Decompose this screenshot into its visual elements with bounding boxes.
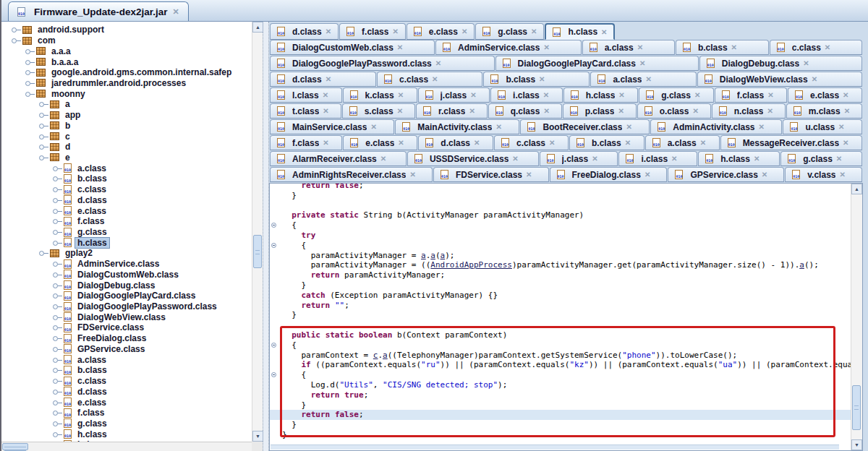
tree-item[interactable]: 010g.class (3, 227, 252, 238)
editor-tab[interactable]: 010u.class✕ (783, 119, 862, 134)
editor-tab[interactable]: 010l.class✕ (270, 87, 342, 103)
close-icon[interactable]: ✕ (645, 75, 651, 83)
close-icon[interactable]: ✕ (326, 75, 331, 83)
editor-tab[interactable]: 010m.class✕ (786, 103, 862, 119)
close-icon[interactable]: ✕ (435, 59, 441, 67)
tree-item[interactable]: 010FDService.class (3, 322, 252, 333)
code-view[interactable]: return false; } private static String b(… (270, 184, 851, 450)
close-icon[interactable]: ✕ (398, 91, 404, 99)
expand-handle-icon[interactable] (53, 400, 63, 405)
close-icon[interactable]: ✕ (543, 91, 549, 99)
editor-tab[interactable]: 010h.class✕ (698, 151, 780, 166)
editor-tab[interactable]: 010d.class✕ (270, 23, 339, 40)
editor-tab[interactable]: 010FDService.class✕ (433, 167, 549, 182)
tree-item[interactable]: 010FreeDialog.class (3, 333, 252, 344)
editor-tab[interactable]: 010e.class✕ (788, 87, 862, 103)
close-icon[interactable]: ✕ (844, 107, 850, 115)
editor-tab[interactable]: 010DialogCustomWeb.class✕ (270, 40, 435, 55)
close-icon[interactable]: ✕ (470, 91, 476, 99)
close-icon[interactable]: ✕ (512, 155, 518, 163)
editor-tab[interactable]: 010MessageReceiver.class✕ (720, 135, 862, 150)
tree-vertical-scrollbar[interactable]: ▲ ▼ (252, 22, 263, 442)
tree-item[interactable]: 010DialogCustomWeb.class (3, 270, 252, 280)
tree-item[interactable]: 010AdminService.class (3, 259, 252, 270)
editor-tab[interactable]: 010FreeDialog.class✕ (550, 167, 668, 182)
close-icon[interactable]: ✕ (626, 123, 631, 131)
close-icon[interactable]: ✕ (671, 155, 677, 163)
scroll-up-icon[interactable]: ▲ (851, 184, 862, 194)
editor-tab[interactable]: 010f.class✕ (715, 87, 787, 103)
fold-collapse-icon[interactable] (271, 372, 276, 377)
editor-tab[interactable]: 010i.class✕ (618, 151, 697, 166)
close-icon[interactable]: ✕ (812, 75, 817, 83)
expand-handle-icon[interactable] (53, 325, 63, 330)
code-link[interactable]: a (430, 251, 435, 260)
tree-item[interactable]: 010f.class (3, 408, 252, 418)
tree-item[interactable]: 010e.class (3, 397, 252, 408)
close-icon[interactable]: ✕ (839, 171, 845, 179)
scroll-down-icon[interactable]: ▼ (252, 431, 263, 442)
expand-handle-icon[interactable] (53, 389, 63, 395)
editor-tab[interactable]: 010h.class✕ (563, 87, 639, 103)
editor-tab[interactable]: 010a.class✕ (582, 40, 675, 55)
expand-handle-icon[interactable] (39, 123, 49, 129)
fold-collapse-icon[interactable] (271, 223, 276, 228)
expand-handle-icon[interactable] (25, 80, 35, 86)
editor-tab[interactable]: 010b.class✕ (483, 72, 590, 87)
scrollbar-thumb[interactable] (2, 443, 28, 450)
expand-handle-icon[interactable] (53, 229, 63, 235)
close-icon[interactable]: ✕ (549, 139, 555, 147)
expand-handle-icon[interactable] (39, 144, 49, 150)
expand-handle-icon[interactable] (53, 304, 63, 309)
close-icon[interactable]: ✕ (432, 75, 438, 83)
code-link[interactable]: a (421, 251, 426, 260)
editor-tab[interactable]: 010t.class✕ (270, 103, 341, 119)
code-link[interactable]: a (383, 351, 388, 360)
expand-handle-icon[interactable] (53, 378, 63, 384)
collapse-handle-icon[interactable] (25, 91, 35, 97)
expand-handle-icon[interactable] (25, 59, 35, 65)
editor-tab[interactable]: 010a.class✕ (590, 72, 696, 87)
editor-tab[interactable]: 010a.class✕ (645, 135, 720, 150)
editor-tab[interactable]: 010g.class✕ (780, 151, 862, 166)
close-icon[interactable]: ✕ (836, 155, 842, 163)
tree-item[interactable]: b (3, 120, 252, 131)
editor-tab[interactable]: 010g.class✕ (475, 23, 544, 40)
tree-item[interactable]: 010h.class (3, 237, 252, 248)
expand-handle-icon[interactable] (53, 261, 63, 267)
editor-tab[interactable]: 010DialogGooglePlayPassword.class✕ (270, 56, 495, 71)
close-icon[interactable]: ✕ (731, 43, 737, 51)
editor-tab[interactable]: 010v.class✕ (785, 167, 862, 182)
tree-item[interactable]: com (3, 35, 252, 46)
tree-item[interactable]: app (3, 110, 252, 121)
close-icon[interactable]: ✕ (644, 171, 650, 179)
split-divider[interactable] (263, 22, 269, 451)
close-icon[interactable]: ✕ (543, 107, 549, 115)
tree-item[interactable]: 010f.class (3, 216, 252, 227)
close-icon[interactable]: ✕ (767, 91, 773, 99)
close-icon[interactable]: ✕ (694, 91, 700, 99)
expand-handle-icon[interactable] (53, 367, 63, 373)
editor-tab[interactable]: 010h.class✕ (545, 23, 615, 40)
editor-tab[interactable]: 010b.class✕ (676, 40, 769, 55)
editor-tab[interactable]: 010j.class✕ (540, 151, 618, 166)
close-icon[interactable]: ✕ (637, 43, 643, 51)
editor-tab[interactable]: 010s.class✕ (342, 103, 415, 119)
close-icon[interactable]: ✕ (409, 171, 415, 179)
editor-tab[interactable]: 010p.class✕ (563, 103, 637, 119)
editor-tab[interactable]: 010b.class✕ (569, 135, 644, 150)
code-link[interactable]: AndroidAppProcess (430, 260, 512, 270)
expand-handle-icon[interactable] (53, 410, 63, 416)
tree-item[interactable]: android.support (3, 25, 252, 35)
close-icon[interactable]: ✕ (618, 91, 624, 99)
editor-tab[interactable]: 010BootReceiver.class✕ (520, 119, 650, 134)
scrollbar-thumb[interactable] (852, 385, 861, 430)
editor-tab[interactable]: 010e.class✕ (407, 23, 475, 40)
expand-handle-icon[interactable] (53, 283, 63, 288)
tree-item[interactable]: 010h.class (3, 429, 252, 439)
close-icon[interactable]: ✕ (625, 139, 631, 147)
close-icon[interactable]: ✕ (843, 91, 848, 99)
collapse-handle-icon[interactable] (39, 155, 49, 160)
tree-item[interactable]: 010c.class (3, 184, 252, 195)
close-icon[interactable]: ✕ (526, 171, 532, 179)
